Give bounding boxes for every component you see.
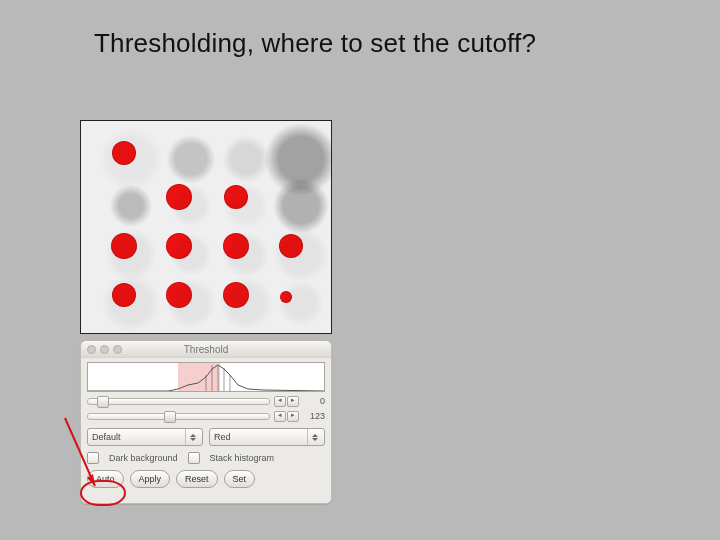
threshold-method-dropdown[interactable]: Default <box>87 428 203 446</box>
threshold-spot <box>166 184 192 210</box>
threshold-spot <box>112 283 136 307</box>
threshold-high-slider[interactable] <box>87 413 270 420</box>
chevron-updown-icon <box>185 429 200 445</box>
auto-button[interactable]: Auto <box>87 470 124 488</box>
threshold-spot <box>224 185 248 209</box>
threshold-spot <box>223 233 249 259</box>
stepper-right-icon[interactable]: ▸ <box>287 411 299 422</box>
stepper-left-icon[interactable]: ◂ <box>274 411 286 422</box>
window-titlebar[interactable]: Threshold <box>81 341 331 358</box>
histogram-panel <box>87 362 325 392</box>
stack-histogram-checkbox[interactable] <box>188 452 200 464</box>
zoom-icon[interactable] <box>113 345 122 354</box>
dropdown-label: Default <box>92 432 121 442</box>
thresholded-spot-image <box>80 120 332 334</box>
histogram-icon <box>88 363 324 391</box>
threshold-spot <box>166 282 192 308</box>
threshold-spot <box>223 282 249 308</box>
dark-background-checkbox[interactable] <box>87 452 99 464</box>
slider-thumb[interactable] <box>97 396 109 408</box>
threshold-low-slider[interactable] <box>87 398 270 405</box>
apply-button[interactable]: Apply <box>130 470 171 488</box>
chevron-updown-icon <box>307 429 322 445</box>
minimize-icon[interactable] <box>100 345 109 354</box>
reset-button[interactable]: Reset <box>176 470 218 488</box>
close-icon[interactable] <box>87 345 96 354</box>
checkbox-label: Dark background <box>109 453 178 463</box>
threshold-high-value: 123 <box>303 411 325 421</box>
threshold-spot <box>111 233 137 259</box>
slider-thumb[interactable] <box>164 411 176 423</box>
dropdown-label: Red <box>214 432 231 442</box>
threshold-window: Threshold ◂ ▸ 0 ◂ ▸ 123 <box>80 340 332 504</box>
threshold-spot <box>166 233 192 259</box>
stepper-left-icon[interactable]: ◂ <box>274 396 286 407</box>
checkbox-label: Stack histogram <box>210 453 275 463</box>
threshold-spot <box>112 141 136 165</box>
stepper-right-icon[interactable]: ▸ <box>287 396 299 407</box>
slide-title: Thresholding, where to set the cutoff? <box>94 28 536 59</box>
threshold-low-value: 0 <box>303 396 325 406</box>
set-button[interactable]: Set <box>224 470 256 488</box>
threshold-lut-dropdown[interactable]: Red <box>209 428 325 446</box>
divider <box>80 333 330 334</box>
threshold-spot <box>279 234 303 258</box>
threshold-spot <box>280 291 292 303</box>
